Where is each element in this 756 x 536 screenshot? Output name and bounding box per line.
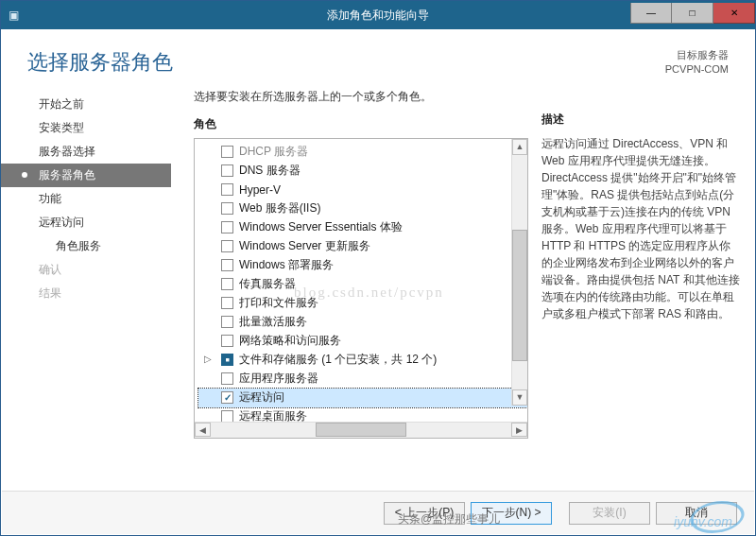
role-label: DNS 服务器 bbox=[239, 163, 301, 179]
scroll-up-icon[interactable]: ▲ bbox=[512, 139, 527, 155]
role-label: Windows 部署服务 bbox=[239, 257, 334, 273]
close-button[interactable]: ✕ bbox=[713, 3, 755, 24]
role-label: Hyper-V bbox=[239, 183, 281, 197]
scroll-down-icon[interactable]: ▼ bbox=[512, 389, 527, 406]
role-checkbox[interactable] bbox=[221, 297, 233, 309]
description-text: 远程访问通过 DirectAccess、VPN 和 Web 应用程序代理提供无缝… bbox=[541, 135, 740, 322]
previous-button[interactable]: < 上一步(P) bbox=[384, 502, 465, 525]
horizontal-scrollbar[interactable]: ◀ ▶ bbox=[195, 422, 527, 438]
role-label: Windows Server 更新服务 bbox=[239, 238, 370, 254]
instruction-text: 选择要安装在所选服务器上的一个或多个角色。 bbox=[194, 89, 528, 105]
role-item-remote-access[interactable]: 远程访问 bbox=[198, 389, 527, 407]
nav-step-confirm: 确认 bbox=[1, 258, 171, 282]
role-label: 传真服务器 bbox=[239, 276, 296, 292]
description-title: 描述 bbox=[541, 112, 740, 128]
role-label: 远程访问 bbox=[239, 389, 284, 406]
role-checkbox[interactable] bbox=[221, 354, 233, 366]
role-item-app-server[interactable]: 应用程序服务器 bbox=[198, 370, 527, 389]
scroll-left-icon[interactable]: ◀ bbox=[195, 423, 211, 437]
roles-list[interactable]: DHCP 服务器 DNS 服务器 Hyper-V Web 服务器(IIS) Wi… bbox=[195, 139, 527, 422]
role-label: Web 服务器(IIS) bbox=[239, 200, 320, 216]
role-item-remote-desktop[interactable]: 远程桌面服务 bbox=[198, 407, 527, 422]
role-label: 打印和文件服务 bbox=[239, 295, 318, 311]
scroll-track[interactable] bbox=[512, 155, 527, 389]
window-buttons: — □ ✕ bbox=[630, 7, 755, 24]
role-checkbox[interactable] bbox=[221, 391, 233, 404]
description-panel: 描述 远程访问通过 DirectAccess、VPN 和 Web 应用程序代理提… bbox=[541, 85, 740, 492]
role-checkbox[interactable] bbox=[221, 202, 233, 215]
roles-section-title: 角色 bbox=[194, 116, 528, 132]
next-button[interactable]: 下一步(N) > bbox=[471, 502, 552, 525]
nav-step-remote-access[interactable]: 远程访问 bbox=[1, 211, 171, 234]
maximize-button[interactable]: □ bbox=[672, 3, 713, 24]
wizard-header: 选择服务器角色 目标服务器 PCVPN-COM bbox=[1, 29, 755, 85]
role-checkbox[interactable] bbox=[221, 240, 233, 252]
page-title: 选择服务器角色 bbox=[27, 48, 173, 77]
role-checkbox[interactable] bbox=[221, 316, 233, 328]
roles-listbox: DHCP 服务器 DNS 服务器 Hyper-V Web 服务器(IIS) Wi… bbox=[194, 138, 528, 439]
system-menu-icon[interactable]: ▣ bbox=[1, 9, 26, 22]
role-item-essentials[interactable]: Windows Server Essentials 体验 bbox=[198, 218, 527, 237]
nav-step-before-begin[interactable]: 开始之前 bbox=[1, 93, 171, 116]
nav-step-server-roles[interactable]: 服务器角色 bbox=[1, 164, 171, 187]
vertical-scrollbar[interactable]: ▲ ▼ bbox=[511, 139, 527, 406]
role-checkbox[interactable] bbox=[221, 146, 233, 158]
expand-icon[interactable]: ▷ bbox=[204, 354, 214, 364]
role-item-volume-activation[interactable]: 批量激活服务 bbox=[198, 313, 527, 332]
cancel-button[interactable]: 取消 bbox=[656, 502, 737, 525]
role-label: 文件和存储服务 (1 个已安装，共 12 个) bbox=[239, 352, 437, 368]
role-item-dns[interactable]: DNS 服务器 bbox=[198, 162, 527, 181]
role-label: DHCP 服务器 bbox=[239, 144, 308, 160]
role-label: 网络策略和访问服务 bbox=[239, 333, 341, 349]
nav-step-install-type[interactable]: 安装类型 bbox=[1, 116, 171, 140]
role-item-dhcp[interactable]: DHCP 服务器 bbox=[198, 143, 527, 162]
role-item-file-storage[interactable]: ▷ 文件和存储服务 (1 个已安装，共 12 个) bbox=[198, 351, 527, 370]
target-server-label: 目标服务器 bbox=[665, 48, 729, 62]
role-checkbox[interactable] bbox=[221, 221, 233, 233]
role-checkbox[interactable] bbox=[221, 183, 233, 196]
role-item-print[interactable]: 打印和文件服务 bbox=[198, 294, 527, 313]
minimize-button[interactable]: — bbox=[630, 3, 672, 24]
role-checkbox[interactable] bbox=[221, 259, 233, 271]
role-label: 远程桌面服务 bbox=[239, 408, 307, 422]
install-button: 安装(I) bbox=[569, 502, 650, 525]
role-label: 批量激活服务 bbox=[239, 314, 307, 330]
role-checkbox[interactable] bbox=[221, 335, 233, 347]
scroll-track[interactable] bbox=[211, 423, 511, 437]
title-bar: ▣ 添加角色和功能向导 — □ ✕ bbox=[1, 1, 755, 29]
scroll-thumb[interactable] bbox=[316, 423, 405, 437]
nav-step-server-selection[interactable]: 服务器选择 bbox=[1, 140, 171, 164]
role-item-wsus[interactable]: Windows Server 更新服务 bbox=[198, 237, 527, 256]
role-checkbox[interactable] bbox=[221, 278, 233, 290]
role-item-iis[interactable]: Web 服务器(IIS) bbox=[198, 199, 527, 218]
role-label: 应用程序服务器 bbox=[239, 371, 318, 387]
role-checkbox[interactable] bbox=[221, 164, 233, 177]
nav-step-features[interactable]: 功能 bbox=[1, 187, 171, 211]
wizard-steps-nav: 开始之前 安装类型 服务器选择 服务器角色 功能 远程访问 角色服务 确认 结果 bbox=[1, 85, 171, 492]
nav-step-role-services[interactable]: 角色服务 bbox=[1, 234, 171, 258]
target-server-name: PCVPN-COM bbox=[665, 62, 729, 77]
role-item-wds[interactable]: Windows 部署服务 bbox=[198, 256, 527, 275]
role-label: Windows Server Essentials 体验 bbox=[239, 219, 403, 235]
role-item-fax[interactable]: 传真服务器 bbox=[198, 275, 527, 294]
scroll-right-icon[interactable]: ▶ bbox=[511, 423, 527, 437]
wizard-footer: < 上一步(P) 下一步(N) > 安装(I) 取消 bbox=[2, 491, 754, 534]
role-checkbox[interactable] bbox=[221, 410, 233, 422]
role-item-nap[interactable]: 网络策略和访问服务 bbox=[198, 332, 527, 351]
nav-step-results: 结果 bbox=[1, 282, 171, 305]
target-server-block: 目标服务器 PCVPN-COM bbox=[665, 48, 729, 78]
wizard-body: 开始之前 安装类型 服务器选择 服务器角色 功能 远程访问 角色服务 确认 结果… bbox=[1, 85, 755, 492]
roles-panel: 选择要安装在所选服务器上的一个或多个角色。 角色 DHCP 服务器 DNS 服务… bbox=[171, 85, 541, 492]
role-checkbox[interactable] bbox=[221, 372, 233, 385]
scroll-thumb[interactable] bbox=[512, 230, 527, 361]
role-item-hyperv[interactable]: Hyper-V bbox=[198, 181, 527, 199]
